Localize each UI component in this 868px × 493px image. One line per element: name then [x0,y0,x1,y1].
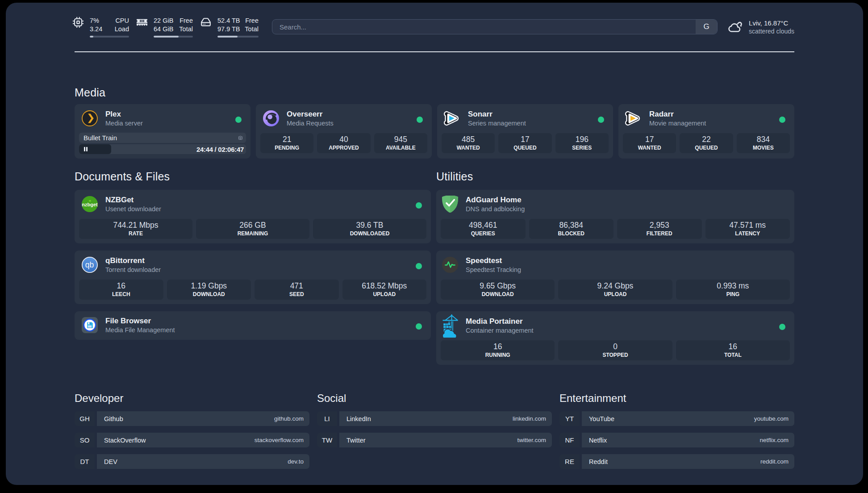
svg-text:qb: qb [85,260,94,269]
svg-text:nzbget: nzbget [82,202,98,207]
